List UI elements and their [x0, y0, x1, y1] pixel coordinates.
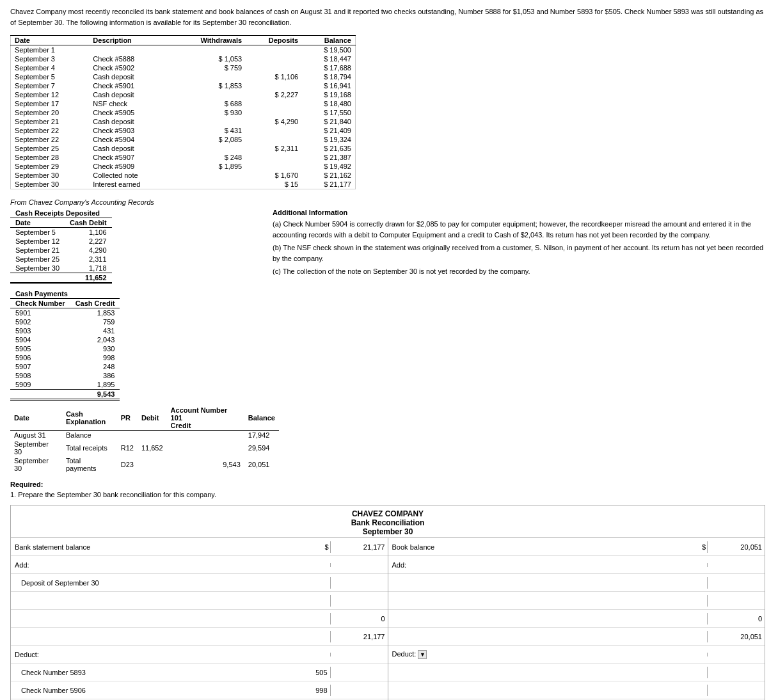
bank-stmt-cell: $ 21,177: [302, 180, 355, 189]
bank-deduct-label: Deduct:: [11, 649, 273, 660]
bank-subtotal-label: [11, 635, 273, 639]
bank-stmt-cell: [246, 162, 302, 171]
bank-stmt-cell: [246, 45, 302, 55]
bank-add-item2-col2[interactable]: [330, 595, 388, 607]
bank-stmt-cell: September 17: [11, 99, 90, 108]
payments-total-label: [10, 390, 70, 400]
book-deduct-item1-col2[interactable]: [707, 667, 765, 678]
col-date: Date: [11, 36, 90, 45]
bank-deduct-item1-col2[interactable]: [330, 667, 388, 678]
book-dollar1: $: [649, 541, 707, 553]
deduct-dropdown-icon[interactable]: ▼: [418, 650, 427, 659]
bank-deduct-item2-col1[interactable]: [273, 685, 330, 696]
receipts-cell: 2,311: [65, 255, 111, 264]
bank-stmt-cell: [172, 144, 246, 153]
book-add-item2-label[interactable]: [388, 595, 650, 607]
book-deduct-label: Deduct: ▼: [388, 648, 650, 661]
bank-stmt-cell: $ 16,941: [302, 81, 355, 90]
book-deduct-item2-input[interactable]: [399, 687, 646, 694]
col-deposits: Deposits: [246, 36, 302, 45]
bank-add-item2-input[interactable]: [21, 597, 269, 605]
bank-stmt-cell: [172, 72, 246, 81]
journal-cell: Balance: [62, 431, 117, 440]
bank-deduct-item2-label[interactable]: [11, 685, 273, 696]
bank-stmt-cell: $ 930: [172, 108, 246, 117]
book-deduct-item2-label[interactable]: [388, 685, 650, 696]
bank-add-item2-col1-input[interactable]: [275, 597, 328, 605]
bank-deduct-item2-col2[interactable]: [330, 685, 388, 696]
bank-deduct-item2-col1-input[interactable]: [275, 687, 328, 694]
bank-stmt-cell: Cash deposit: [89, 90, 171, 99]
journal-table: Date CashExplanation PR Debit Account Nu…: [10, 406, 279, 473]
bank-add-item1-input[interactable]: [21, 579, 269, 587]
bank-stmt-cell: [246, 99, 302, 108]
journal-cell: 9,543: [167, 456, 244, 473]
bank-deduct-item1-label[interactable]: [11, 667, 273, 678]
book-subtotal-row: 20,051: [388, 628, 765, 646]
bank-stmt-cell: Check #5901: [89, 81, 171, 90]
book-balance-label: Book balance: [388, 541, 650, 553]
bank-stmt-cell: Cash deposit: [89, 117, 171, 126]
bank-add-item2-label[interactable]: [11, 595, 273, 607]
bank-add-item2-col1[interactable]: [273, 595, 330, 607]
book-deduct-item2-col1-input[interactable]: [652, 687, 704, 694]
bank-stmt-cell: September 30: [11, 180, 90, 189]
bank-stmt-cell: [172, 45, 246, 55]
book-deduct-item1-col1[interactable]: [649, 667, 707, 678]
bank-stmt-cell: $ 18,447: [302, 54, 355, 63]
bank-add-item1-col2[interactable]: [330, 577, 388, 589]
additional-info-item: (c) The collection of the note on Septem…: [273, 266, 768, 277]
book-deduct-item2-col1[interactable]: [649, 685, 707, 696]
bank-deduct-item1-col1-input[interactable]: [275, 669, 328, 676]
bank-stmt-cell: $ 4,290: [246, 117, 302, 126]
bank-stmt-cell: Check #5903: [89, 126, 171, 135]
book-add-item2-col2-input[interactable]: [710, 597, 762, 605]
payments-cell: 5904: [10, 335, 70, 344]
bank-stmt-cell: $ 21,162: [302, 171, 355, 180]
payments-cell: 431: [70, 326, 120, 335]
bank-stmt-cell: NSF check: [89, 99, 171, 108]
receipts-cell: 2,227: [65, 237, 111, 246]
book-deduct-item1-input[interactable]: [399, 669, 646, 676]
book-add-item2-col2[interactable]: [707, 595, 765, 607]
book-add-item1-label[interactable]: [388, 577, 650, 589]
bank-add-item1-label[interactable]: [11, 577, 273, 589]
reconciliation-table: CHAVEZ COMPANY Bank Reconciliation Septe…: [10, 505, 765, 700]
bank-stmt-cell: $ 21,409: [302, 126, 355, 135]
bank-stmt-cell: $ 431: [172, 126, 246, 135]
book-add-item1-col1-input[interactable]: [652, 579, 704, 587]
bank-deduct-item2-col2-input[interactable]: [333, 687, 385, 694]
book-deduct-item1-col1-input[interactable]: [652, 669, 704, 676]
book-add-item2-col1-input[interactable]: [652, 597, 704, 605]
bank-add-item1-col2-input[interactable]: [333, 579, 385, 587]
bank-add-item1-col1[interactable]: [273, 577, 330, 589]
journal-cell: [167, 440, 244, 456]
bank-stmt-cell: September 21: [11, 117, 90, 126]
j-explanation-header: CashExplanation: [62, 406, 117, 431]
book-add-item2-col1[interactable]: [649, 595, 707, 607]
bank-stmt-cell: September 29: [11, 162, 90, 171]
bank-deduct-item1-input[interactable]: [21, 669, 269, 676]
book-add-item1-input[interactable]: [399, 579, 646, 587]
bank-add-col1: [273, 563, 330, 567]
bank-stmt-cell: Check #5909: [89, 162, 171, 171]
book-add-item2-input[interactable]: [399, 597, 646, 605]
payments-cell: 1,895: [70, 380, 120, 390]
bank-stmt-cell: Cash deposit: [89, 72, 171, 81]
book-add-item1-col1[interactable]: [649, 577, 707, 589]
book-deduct-item1-col2-input[interactable]: [710, 669, 762, 676]
book-deduct-item1-label[interactable]: [388, 667, 650, 678]
bank-add-item1-col1-input[interactable]: [275, 579, 328, 587]
bank-add-item2-col2-input[interactable]: [333, 597, 385, 605]
book-add-item1-col2-input[interactable]: [710, 579, 762, 587]
bank-deduct-item1-col2-input[interactable]: [333, 669, 385, 676]
bank-deduct-item2-input[interactable]: [21, 687, 269, 694]
bank-stmt-cell: $ 17,688: [302, 63, 355, 72]
bank-stmt-cell: $ 1,853: [172, 81, 246, 90]
book-add-item1-col2[interactable]: [707, 577, 765, 589]
bank-deduct-col1: [273, 653, 330, 656]
bank-deduct-item1-col1[interactable]: [273, 667, 330, 678]
book-deduct-item2-col2[interactable]: [707, 685, 765, 696]
recon-body: Bank statement balance $ 21,177 Add:: [11, 538, 765, 700]
book-deduct-item2-col2-input[interactable]: [710, 687, 762, 694]
